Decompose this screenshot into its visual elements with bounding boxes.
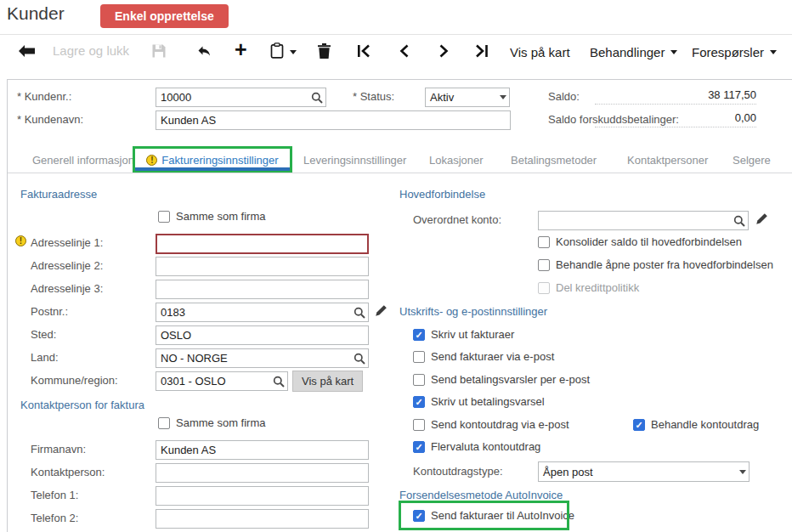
undo-icon[interactable] <box>195 44 212 61</box>
checkbox-box[interactable] <box>413 396 425 408</box>
tab-selgere[interactable]: Selgere <box>733 154 771 167</box>
address3-field[interactable] <box>156 280 369 299</box>
next-record-icon[interactable] <box>437 44 450 61</box>
statement-type-value: Åpen post <box>539 466 739 478</box>
first-record-icon[interactable] <box>357 44 371 61</box>
status-dropdown[interactable]: Aktiv <box>425 88 510 107</box>
checkbox-label: Send fakturaer via e-post <box>431 350 554 363</box>
chevron-down-icon <box>500 95 506 99</box>
checkbox-del-kredittpolitikk: Del kredittpolitikk <box>538 281 639 294</box>
checkbox-label: Konsolider saldo til hovedforbindelsen <box>556 235 742 248</box>
checkbox-box[interactable] <box>413 441 425 453</box>
phone2-input[interactable] <box>156 512 368 525</box>
checkbox-box[interactable] <box>413 329 425 341</box>
checkbox-box[interactable] <box>633 419 645 431</box>
customer-name-label: * Kundenavn: <box>17 113 83 126</box>
active-tab-underline <box>135 167 290 171</box>
county-input[interactable] <box>156 375 273 388</box>
edit-pencil-icon[interactable] <box>375 304 388 320</box>
phone1-field[interactable] <box>156 486 369 506</box>
save-and-close-button[interactable]: Lagre og lukk <box>53 43 129 58</box>
checkbox-box[interactable] <box>158 211 170 223</box>
back-icon[interactable] <box>17 44 36 61</box>
tab-lokasjoner[interactable]: Lokasjoner <box>429 154 484 167</box>
contact-person-input[interactable] <box>156 467 368 479</box>
add-record-icon[interactable] <box>235 41 247 58</box>
address2-input[interactable] <box>156 260 368 273</box>
city-field[interactable] <box>156 325 369 345</box>
checkbox-skriv-ut-fakturaer[interactable]: Skriv ut fakturaer <box>413 328 514 341</box>
postcode-field[interactable] <box>156 303 369 322</box>
phone1-input[interactable] <box>156 490 368 502</box>
search-icon[interactable] <box>733 215 745 227</box>
address1-field[interactable] <box>156 234 369 254</box>
checkbox-konsolider-saldo[interactable]: Konsolider saldo til hovedforbindelsen <box>538 235 742 248</box>
customer-no-input[interactable] <box>156 91 311 104</box>
county-field[interactable] <box>156 371 288 391</box>
checkbox-box[interactable] <box>413 351 425 363</box>
postcode-input[interactable] <box>156 306 354 319</box>
delete-icon[interactable] <box>318 43 331 62</box>
checkbox-box[interactable] <box>413 374 425 386</box>
prev-record-icon[interactable] <box>398 44 411 61</box>
checkbox-box[interactable] <box>413 510 425 522</box>
statement-type-dropdown[interactable]: Åpen post <box>538 461 750 482</box>
checkbox-box[interactable] <box>538 236 550 248</box>
checkbox-send-fakturaer-autoinvoice[interactable]: Send fakturaer til AutoInvoice <box>413 509 574 522</box>
checkbox-box[interactable] <box>158 417 170 429</box>
tab-leveringsinnstillinger[interactable]: Leveringsinnstillinger <box>303 154 406 167</box>
edit-pencil-icon[interactable] <box>755 212 768 229</box>
inquiries-menu-button[interactable]: Forespørsler <box>692 45 777 59</box>
checkbox-skriv-ut-betalingsvarsel[interactable]: Skriv ut betalingsvarsel <box>413 395 545 408</box>
checkbox-same-as-firma-contact[interactable]: Samme som firma <box>158 416 265 429</box>
company-name-field[interactable] <box>156 440 369 460</box>
search-icon[interactable] <box>354 353 365 365</box>
statement-type-label: Kontoutdragstype: <box>413 465 503 478</box>
checkbox-same-as-firma-address[interactable]: Samme som firma <box>158 210 265 223</box>
checkbox-send-betalingsvarsler[interactable]: Send betalingsvarsler per e-post <box>413 373 590 386</box>
tab-faktureringsinnstillinger[interactable]: Faktureringsinnstillinger <box>133 146 292 173</box>
country-field[interactable] <box>156 348 369 368</box>
customer-name-input[interactable] <box>156 114 510 127</box>
country-input[interactable] <box>156 352 354 365</box>
checkbox-send-fakturaer-epost[interactable]: Send fakturaer via e-post <box>413 350 554 363</box>
warning-icon <box>15 235 26 246</box>
customer-name-field[interactable] <box>156 110 511 130</box>
checkbox-box[interactable] <box>413 419 425 431</box>
search-icon[interactable] <box>273 376 285 388</box>
save-icon[interactable] <box>151 43 167 62</box>
company-name-input[interactable] <box>156 444 368 456</box>
parent-account-field[interactable] <box>538 211 749 230</box>
checkbox-flervaluta-kontoutdrag[interactable]: Flervaluta kontoutdrag <box>413 440 540 453</box>
checkbox-box[interactable] <box>538 259 550 271</box>
postcode-label: Postnr.: <box>31 305 68 318</box>
checkbox-label: Del kredittpolitikk <box>556 281 639 294</box>
checkbox-behandle-apne-poster[interactable]: Behandle åpne poster fra hovedforbindels… <box>538 258 773 271</box>
search-icon[interactable] <box>354 307 365 319</box>
customer-no-field[interactable] <box>156 88 326 107</box>
checkbox-label: Behandle kontoutdrag <box>651 418 759 431</box>
show-on-map-toolbar-button[interactable]: Vis på kart <box>510 45 570 59</box>
tab-kontaktpersoner[interactable]: Kontaktpersoner <box>627 154 708 167</box>
tab-generell-informasjon[interactable]: Generell informasjon <box>32 154 134 167</box>
checkbox-label: Send kontoutdrag via e-post <box>431 418 569 431</box>
parent-account-input[interactable] <box>539 214 733 227</box>
address3-input[interactable] <box>156 283 368 296</box>
address1-input[interactable] <box>157 238 367 251</box>
show-on-map-form-button[interactable]: Vis på kart <box>292 371 363 392</box>
last-record-icon[interactable] <box>474 44 489 61</box>
city-input[interactable] <box>156 329 368 342</box>
address1-label: Adresselinje 1: <box>31 236 103 249</box>
phone2-field[interactable] <box>156 509 369 529</box>
actions-menu-button[interactable]: Behandlinger <box>590 45 677 59</box>
contact-person-label: Kontaktperson: <box>31 466 105 478</box>
tab-betalingsmetoder[interactable]: Betalingsmetoder <box>511 154 597 167</box>
checkbox-behandle-kontoutdrag[interactable]: Behandle kontoutdrag <box>633 418 759 431</box>
search-icon[interactable] <box>311 92 323 104</box>
checkbox-label: Behandle åpne poster fra hovedforbindels… <box>556 258 773 271</box>
quick-create-button[interactable]: Enkel opprettelse <box>100 4 229 28</box>
checkbox-send-kontoutdrag-epost[interactable]: Send kontoutdrag via e-post <box>413 418 569 431</box>
contact-person-field[interactable] <box>156 463 369 483</box>
address2-field[interactable] <box>156 257 369 276</box>
copy-paste-menu[interactable] <box>270 42 297 61</box>
